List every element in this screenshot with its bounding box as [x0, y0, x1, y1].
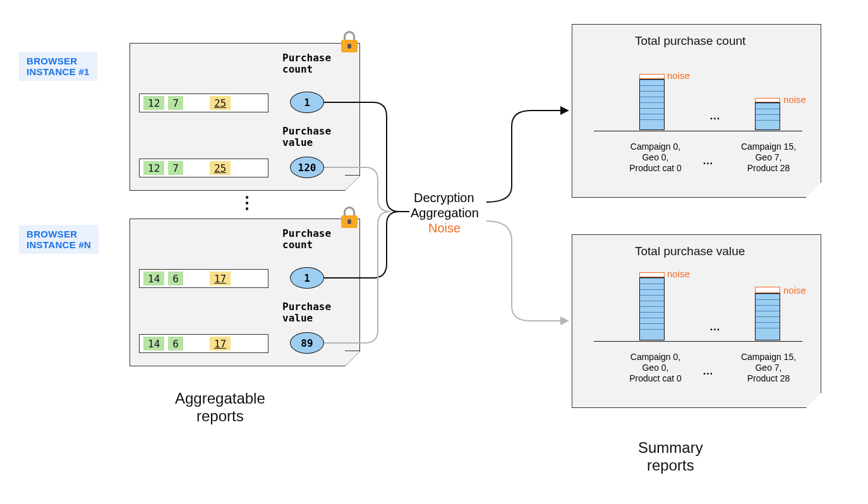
key-chip: 6 [168, 337, 183, 351]
center-decryption-label: Decryption [414, 191, 474, 205]
summary-count-bar-1 [639, 79, 665, 130]
summary-value-bar1-caption: Campaign 0, Geo 0, Product cat 0 [616, 352, 695, 384]
summary-value-bar-1 [639, 277, 665, 340]
center-noise-label: Noise [428, 221, 461, 236]
browser-instance-n-tag: BROWSER INSTANCE #N [19, 225, 99, 254]
summary-count-axis [594, 131, 802, 131]
summary-count-bar2-caption: Campaign 15, Geo 7, Product 28 [729, 141, 808, 174]
noise-cap [639, 272, 665, 277]
key-chip: 17 [210, 337, 231, 351]
purchase-count-value-n: 1 [290, 267, 324, 289]
lock-icon [341, 31, 358, 52]
horizontal-ellipsis: … [709, 321, 720, 333]
noise-label: noise [783, 285, 806, 296]
lock-icon [341, 207, 358, 228]
key-row-1-count: 12 7 25 [139, 93, 268, 112]
noise-label: noise [667, 70, 690, 81]
noise-cap [755, 98, 780, 102]
key-chip: 17 [210, 272, 231, 285]
purchase-value-value-1: 120 [290, 157, 324, 178]
purchase-value-label-1: Purchase value [282, 126, 331, 148]
summary-value-axis [594, 341, 802, 342]
vertical-ellipsis: ⋮ [239, 200, 255, 205]
noise-label: noise [783, 94, 806, 105]
summary-count-title: Total purchase count [635, 34, 745, 48]
summary-count-bar1-caption: Campaign 0, Geo 0, Product cat 0 [616, 141, 695, 174]
aggregatable-reports-caption: Aggregatable reports [175, 390, 265, 425]
key-row-n-count: 14 6 17 [139, 269, 268, 288]
horizontal-ellipsis: … [702, 365, 713, 378]
purchase-value-label-n: Purchase value [282, 301, 331, 324]
key-chip: 25 [210, 161, 231, 175]
noise-label: noise [667, 268, 690, 279]
summary-value-bar-2 [755, 293, 780, 340]
key-row-1-value: 12 7 25 [139, 159, 268, 177]
summary-value-bar2-caption: Campaign 15, Geo 7, Product 28 [729, 352, 808, 384]
summary-value-title: Total purchase value [635, 244, 745, 258]
horizontal-ellipsis: … [702, 155, 713, 167]
center-aggregation-label: Aggregation [411, 206, 479, 220]
key-chip: 14 [143, 337, 164, 351]
horizontal-ellipsis: … [709, 110, 720, 123]
purchase-count-label-n: Purchase count [282, 228, 331, 251]
key-chip: 12 [143, 96, 164, 110]
noise-cap [755, 287, 780, 293]
browser-instance-1-tag: BROWSER INSTANCE #1 [19, 52, 97, 81]
purchase-count-label-1: Purchase count [282, 52, 331, 75]
key-row-n-value: 14 6 17 [139, 334, 268, 353]
summary-reports-caption: Summary reports [638, 439, 703, 474]
purchase-value-value-n: 89 [290, 332, 324, 354]
summary-count-bar-2 [755, 102, 780, 130]
purchase-count-value-1: 1 [290, 92, 324, 113]
key-chip: 7 [168, 161, 183, 175]
noise-cap [639, 74, 665, 79]
key-chip: 7 [168, 96, 183, 110]
key-chip: 14 [143, 272, 164, 285]
key-chip: 12 [143, 161, 164, 175]
key-chip: 25 [210, 96, 231, 110]
key-chip: 6 [168, 272, 183, 285]
